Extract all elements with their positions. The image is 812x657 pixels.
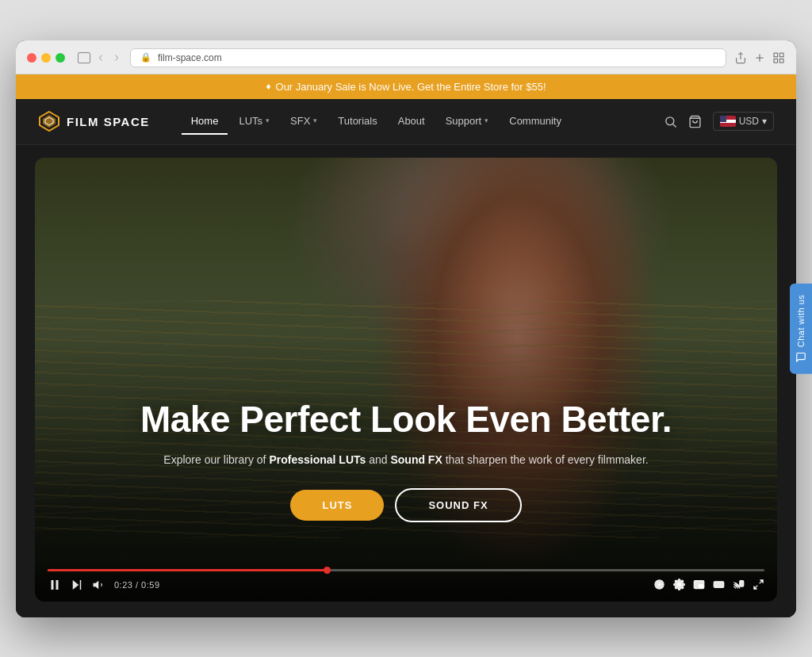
video-controls: 0:23 / 0:59 xyxy=(35,561,777,602)
close-button[interactable] xyxy=(27,53,36,63)
traffic-lights xyxy=(27,53,65,63)
volume-button[interactable] xyxy=(92,578,106,592)
flag-icon xyxy=(720,116,736,127)
sfx-button[interactable]: SOUND FX xyxy=(395,488,521,522)
url-display: film-space.com xyxy=(158,52,222,63)
minimize-button[interactable] xyxy=(41,53,51,63)
search-button[interactable] xyxy=(664,115,677,128)
logo-icon xyxy=(38,110,60,132)
progress-bar[interactable] xyxy=(48,569,764,571)
chat-widget[interactable]: Chat with us xyxy=(790,283,812,374)
fullscreen-button[interactable] xyxy=(753,579,764,590)
site-content: ♦ Our January Sale is Now Live. Get the … xyxy=(16,74,796,617)
share-icon[interactable] xyxy=(734,52,747,64)
play-circle-button[interactable] xyxy=(653,579,665,590)
browser-actions xyxy=(734,52,785,64)
svg-rect-16 xyxy=(80,580,82,590)
svg-marker-17 xyxy=(94,580,99,589)
new-tab-icon[interactable] xyxy=(753,52,766,64)
grid-icon[interactable] xyxy=(772,52,785,64)
luts-emphasis: Professional LUTs xyxy=(269,453,366,466)
announcement-icon: ♦ xyxy=(266,81,270,92)
svg-point-10 xyxy=(665,117,673,124)
browser-controls xyxy=(78,52,122,63)
pip-button[interactable] xyxy=(693,579,705,590)
header-actions: USD ▾ xyxy=(664,112,774,131)
cart-button[interactable] xyxy=(688,115,702,128)
logo[interactable]: FILM SPACE xyxy=(38,110,150,132)
hero-subtitle: Explore our library of Professional LUTs… xyxy=(67,453,745,466)
svg-rect-5 xyxy=(774,59,778,63)
announcement-bar[interactable]: ♦ Our January Sale is Now Live. Get the … xyxy=(16,74,796,99)
svg-rect-24 xyxy=(740,581,744,587)
svg-rect-22 xyxy=(699,585,703,588)
maximize-button[interactable] xyxy=(56,53,65,63)
nav-tutorials[interactable]: Tutorials xyxy=(328,109,386,135)
hero-buttons: LUTS SOUND FX xyxy=(67,488,745,522)
svg-rect-3 xyxy=(774,53,778,57)
svg-rect-13 xyxy=(52,580,54,590)
currency-chevron: ▾ xyxy=(762,116,767,127)
support-chevron: ▾ xyxy=(485,117,488,124)
time-total: 0:59 xyxy=(141,580,159,590)
progress-fill xyxy=(48,569,327,571)
sfx-emphasis: Sound FX xyxy=(390,453,442,466)
svg-rect-14 xyxy=(56,580,59,590)
sfx-chevron: ▾ xyxy=(313,117,317,124)
hero-content: Make Perfect Look Even Better. Explore o… xyxy=(35,399,777,522)
time-current: 0:23 xyxy=(114,580,132,590)
controls-row: 0:23 / 0:59 xyxy=(48,578,764,592)
site-header: FILM SPACE Home LUTs ▾ SFX ▾ Tutorials xyxy=(16,99,796,145)
svg-marker-15 xyxy=(73,580,79,590)
svg-line-11 xyxy=(672,124,676,127)
hero-section: Make Perfect Look Even Better. Explore o… xyxy=(16,145,796,617)
logo-text: FILM SPACE xyxy=(67,115,150,128)
time-display: 0:23 / 0:59 xyxy=(114,580,160,590)
window-icon xyxy=(78,52,90,63)
luts-button[interactable]: LUTS xyxy=(290,490,384,521)
security-icon: 🔒 xyxy=(140,52,151,63)
nav-home[interactable]: Home xyxy=(182,109,228,135)
settings-button[interactable] xyxy=(673,579,685,590)
nav-sfx[interactable]: SFX ▾ xyxy=(281,109,327,135)
main-nav: Home LUTs ▾ SFX ▾ Tutorials About Suppor xyxy=(182,109,664,135)
nav-support[interactable]: Support ▾ xyxy=(436,109,499,135)
nav-community[interactable]: Community xyxy=(500,109,571,135)
announcement-text: Our January Sale is Now Live. Get the En… xyxy=(276,81,546,93)
browser-window: 🔒 film-space.com ♦ Our January Sale is N… xyxy=(16,40,796,617)
video-container: Make Perfect Look Even Better. Explore o… xyxy=(35,158,777,602)
nav-about[interactable]: About xyxy=(389,109,435,135)
currency-label: USD xyxy=(739,116,759,127)
flag-canton xyxy=(720,116,726,122)
svg-rect-4 xyxy=(779,53,783,57)
pause-button[interactable] xyxy=(48,578,62,592)
chat-icon xyxy=(795,352,806,363)
video-overlay xyxy=(35,158,777,602)
nav-luts[interactable]: LUTs ▾ xyxy=(229,109,279,135)
currency-selector[interactable]: USD ▾ xyxy=(713,112,774,131)
theatre-button[interactable] xyxy=(713,579,725,590)
luts-chevron: ▾ xyxy=(266,117,270,124)
chat-widget-label: Chat with us xyxy=(796,294,806,347)
svg-rect-6 xyxy=(779,59,783,63)
forward-icon[interactable] xyxy=(111,52,122,63)
back-icon[interactable] xyxy=(95,52,106,63)
hero-title: Make Perfect Look Even Better. xyxy=(67,399,745,441)
cast-button[interactable] xyxy=(733,579,745,590)
address-bar[interactable]: 🔒 film-space.com xyxy=(130,48,726,67)
svg-rect-23 xyxy=(714,582,724,588)
next-button[interactable] xyxy=(70,578,84,592)
svg-marker-8 xyxy=(43,115,56,128)
browser-chrome: 🔒 film-space.com xyxy=(16,40,796,74)
